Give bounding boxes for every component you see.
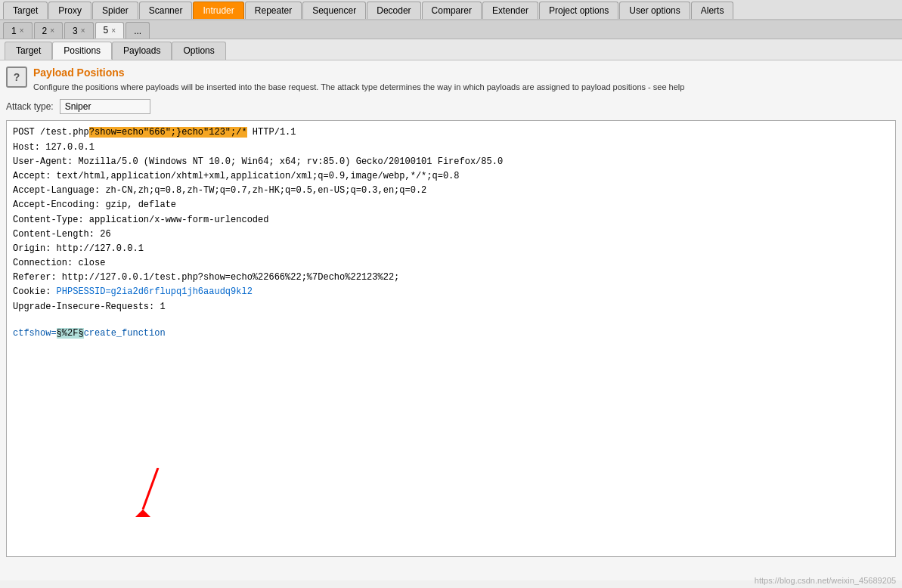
request-line-7: Content-Type: application/x-www-form-url… <box>13 213 889 227</box>
request-line-5: Accept-Language: zh-CN,zh;q=0.8,zh-TW;q=… <box>13 184 889 198</box>
tab-scanner[interactable]: Scanner <box>139 2 193 19</box>
section-title: Payload Positions <box>33 67 896 79</box>
request-line-6: Accept-Encoding: gzip, deflate <box>13 198 889 212</box>
help-text-block: Payload Positions Configure the position… <box>33 67 896 93</box>
request-line-1: POST /test.php?show=echo"666";}echo"123"… <box>13 125 889 140</box>
request-editor[interactable]: POST /test.php?show=echo"666";}echo"123"… <box>6 120 896 557</box>
request-line-ctfshow: ctfshow=§%2F§create_function <box>13 326 889 341</box>
sub-tab-options[interactable]: Options <box>172 42 225 60</box>
tab-project-options[interactable]: Project options <box>539 2 618 19</box>
tab-alerts[interactable]: Alerts <box>691 2 734 19</box>
payload-highlight-2: §%2F§ <box>57 328 84 339</box>
request-tab-more[interactable]: ... <box>126 22 150 39</box>
close-tab-1-icon[interactable]: × <box>20 26 24 35</box>
request-tab-3[interactable]: 3 × <box>64 22 94 39</box>
attack-type-label: Attack type: <box>6 101 54 112</box>
cookie-value: PHPSESSID=g2ia2d6rflupq1jh6aaudq9kl2 <box>57 286 253 297</box>
top-tab-bar: Target Proxy Spider Scanner Intruder Rep… <box>0 0 902 20</box>
tab-extender[interactable]: Extender <box>482 2 538 19</box>
close-tab-2-icon[interactable]: × <box>50 26 54 35</box>
request-tab-bar: 1 × 2 × 3 × 5 × ... <box>0 20 902 39</box>
request-line-3: User-Agent: Mozilla/5.0 (Windows NT 10.0… <box>13 155 889 169</box>
request-line-13: Upgrade-Insecure-Requests: 1 <box>13 300 889 314</box>
request-line-10: Connection: close <box>13 256 889 271</box>
request-tab-2[interactable]: 2 × <box>34 22 64 39</box>
tab-comparer[interactable]: Comparer <box>422 2 482 19</box>
arrow-annotation <box>135 468 181 526</box>
tab-spider[interactable]: Spider <box>92 2 138 19</box>
help-panel: ? Payload Positions Configure the positi… <box>6 67 896 93</box>
request-line-8: Content-Length: 26 <box>13 227 889 242</box>
close-tab-5-icon[interactable]: × <box>111 26 116 35</box>
close-tab-3-icon[interactable]: × <box>81 26 85 35</box>
sub-tab-target[interactable]: Target <box>5 42 52 60</box>
request-line-2: Host: 127.0.0.1 <box>13 141 889 155</box>
sub-tab-bar: Target Positions Payloads Options <box>0 39 902 60</box>
tab-intruder[interactable]: Intruder <box>193 2 243 19</box>
attack-type-input[interactable] <box>60 99 150 114</box>
request-line-4: Accept: text/html,application/xhtml+xml,… <box>13 169 889 184</box>
request-line-9: Origin: http://127.0.0.1 <box>13 242 889 256</box>
main-content: ? Payload Positions Configure the positi… <box>0 60 902 580</box>
tab-proxy[interactable]: Proxy <box>48 2 91 19</box>
request-tab-1[interactable]: 1 × <box>3 22 33 39</box>
watermark: https://blog.csdn.net/weixin_45689205 <box>755 576 896 585</box>
payload-highlight-1: ?show=echo"666";}echo"123";/* <box>89 127 247 138</box>
sub-tab-positions[interactable]: Positions <box>52 42 112 60</box>
tab-sequencer[interactable]: Sequencer <box>302 2 366 19</box>
request-tab-5[interactable]: 5 × <box>95 22 125 39</box>
svg-line-0 <box>143 468 158 509</box>
svg-marker-1 <box>135 509 150 517</box>
help-icon[interactable]: ? <box>6 67 27 88</box>
request-line-12: Cookie: PHPSESSID=g2ia2d6rflupq1jh6aaudq… <box>13 285 889 299</box>
help-description: Configure the positions where payloads w… <box>33 82 896 93</box>
request-line-11: Referer: http://127.0.0.1/test.php?show=… <box>13 271 889 285</box>
tab-decoder[interactable]: Decoder <box>367 2 420 19</box>
tab-repeater[interactable]: Repeater <box>245 2 302 19</box>
tab-user-options[interactable]: User options <box>619 2 690 19</box>
attack-type-row: Attack type: <box>6 99 896 114</box>
tab-target[interactable]: Target <box>3 2 48 19</box>
sub-tab-payloads[interactable]: Payloads <box>112 42 172 60</box>
